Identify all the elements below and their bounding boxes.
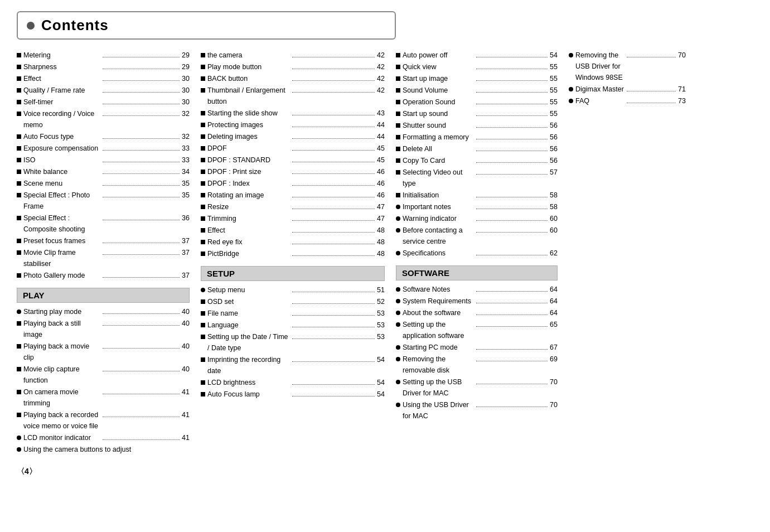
item-page: 33 xyxy=(182,154,190,166)
item-text: Initialisation xyxy=(403,190,474,201)
item-page: 57 xyxy=(550,167,558,178)
item-page: 55 xyxy=(550,96,558,108)
item-text: Selecting Video out type xyxy=(403,167,474,189)
list-item: Sound Volume55 xyxy=(396,85,558,96)
col1: Metering29Sharpness29Effect30Quality / F… xyxy=(17,50,195,456)
item-page: 41 xyxy=(182,409,190,420)
item-text: Delete All xyxy=(403,143,474,154)
list-item: Digimax Master71 xyxy=(569,84,686,95)
item-page: 42 xyxy=(377,61,385,72)
item-text: Auto Focus lamp xyxy=(207,389,290,400)
item-text: Quick view xyxy=(403,61,474,72)
list-item: Playing back a recorded voice memo or vo… xyxy=(17,409,190,432)
list-item: Resize47 xyxy=(201,201,385,212)
list-item: Copy To Card56 xyxy=(396,155,558,166)
col3-top-list: Auto power off54Quick view55Start up ima… xyxy=(396,50,558,259)
list-item: Playing back a still image40 xyxy=(17,318,190,340)
item-text: Effect xyxy=(23,73,100,84)
list-item: Removing the USB Driver for Windows 98SE… xyxy=(569,50,686,83)
item-page: 56 xyxy=(550,155,558,166)
item-text: White balance xyxy=(23,166,100,177)
list-item: Effect30 xyxy=(17,73,190,84)
item-page: 30 xyxy=(182,85,190,96)
item-page: 51 xyxy=(377,284,385,296)
item-page: 45 xyxy=(377,154,385,166)
list-item: Play mode button42 xyxy=(201,61,385,72)
item-text: FAQ xyxy=(575,95,624,107)
item-text: Metering xyxy=(23,50,100,61)
list-item: Important notes58 xyxy=(396,201,558,212)
item-page: 36 xyxy=(182,212,190,224)
item-text: Starting play mode xyxy=(23,306,100,317)
list-item: Operation Sound55 xyxy=(396,96,558,108)
software-section-header: SOFTWARE xyxy=(396,265,558,280)
item-text: Setting up the application software xyxy=(403,319,474,341)
item-page: 48 xyxy=(377,236,385,248)
item-page: 41 xyxy=(182,386,190,398)
item-page: 46 xyxy=(377,178,385,189)
header-dot xyxy=(27,22,35,30)
item-page: 54 xyxy=(377,354,385,365)
contents-grid: Metering29Sharpness29Effect30Quality / F… xyxy=(17,50,753,456)
col3: Auto power off54Quick view55Start up ima… xyxy=(396,50,563,456)
item-page: 69 xyxy=(550,354,558,365)
item-text: Voice recording / Voice memo xyxy=(23,108,100,130)
list-item: White balance34 xyxy=(17,166,190,177)
list-item: LCD brightness54 xyxy=(201,377,385,388)
item-text: Photo Gallery mode xyxy=(23,270,100,281)
item-text: Software Notes xyxy=(403,284,474,295)
play-list: Starting play mode40Playing back a still… xyxy=(17,306,190,455)
item-text: PictBridge xyxy=(207,248,290,259)
list-item: Removing the removable disk69 xyxy=(396,354,558,376)
item-text: ISO xyxy=(23,154,100,166)
list-item: Movie clip capture function40 xyxy=(17,364,190,386)
item-text: Protecting images xyxy=(207,119,290,130)
setup-section-header: SETUP xyxy=(201,266,385,281)
list-item: Movie Clip frame stabiliser37 xyxy=(17,247,190,269)
item-page: 46 xyxy=(377,190,385,201)
item-page: 42 xyxy=(377,73,385,84)
list-item: Thumbnail / Enlargement button42 xyxy=(201,85,385,107)
list-item: Shutter sound56 xyxy=(396,120,558,131)
list-item: Formatting a memory56 xyxy=(396,132,558,143)
list-item: Specifications62 xyxy=(396,248,558,259)
item-text: Removing the USB Driver for Windows 98SE xyxy=(575,50,624,83)
list-item: Setting up the USB Driver for MAC70 xyxy=(396,376,558,399)
list-item: BACK button42 xyxy=(201,73,385,84)
list-item: Exposure compensation33 xyxy=(17,143,190,154)
item-page: 55 xyxy=(550,61,558,72)
item-page: 52 xyxy=(377,296,385,307)
list-item: the camera42 xyxy=(201,50,385,61)
item-text: Warning indicator xyxy=(403,213,474,224)
play-section-header: PLAY xyxy=(17,288,190,303)
item-text: BACK button xyxy=(207,73,290,84)
item-text: Playing back a still image xyxy=(23,318,100,340)
item-page: 64 xyxy=(550,307,558,318)
item-page: 30 xyxy=(182,73,190,84)
item-page: 70 xyxy=(678,50,686,61)
item-text: Auto Focus type xyxy=(23,131,100,142)
item-text: Scene menu xyxy=(23,178,100,189)
software-list: Software Notes64System Requirements64Abo… xyxy=(396,284,558,422)
item-text: File name xyxy=(207,308,290,319)
item-page: 40 xyxy=(182,341,190,352)
item-page: 32 xyxy=(182,131,190,142)
list-item: DPOF : STANDARD45 xyxy=(201,154,385,166)
item-page: 37 xyxy=(182,235,190,246)
item-text: Start up sound xyxy=(403,108,474,119)
item-text: Preset focus frames xyxy=(23,235,100,246)
list-item: Start up sound55 xyxy=(396,108,558,119)
item-page: 37 xyxy=(182,247,190,258)
page-title: Contents xyxy=(41,17,109,34)
list-item: Effect48 xyxy=(201,225,385,236)
item-page: 44 xyxy=(377,131,385,142)
col1-top-list: Metering29Sharpness29Effect30Quality / F… xyxy=(17,50,190,281)
item-page: 37 xyxy=(182,270,190,281)
list-item: About the software64 xyxy=(396,307,558,318)
item-page: 43 xyxy=(377,108,385,119)
item-page: 42 xyxy=(377,50,385,61)
list-item: Using the camera buttons to adjust xyxy=(17,444,190,455)
list-item: DPOF45 xyxy=(201,143,385,154)
item-page: 40 xyxy=(182,306,190,317)
list-item: Setup menu51 xyxy=(201,284,385,296)
